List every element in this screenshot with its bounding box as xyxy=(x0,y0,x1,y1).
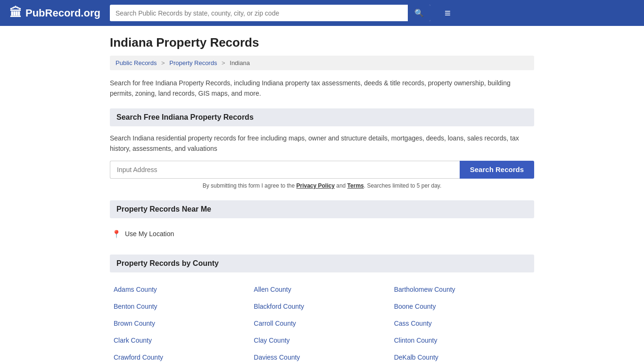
page-title: Indiana Property Records xyxy=(110,35,534,50)
county-link[interactable]: Blackford County xyxy=(252,299,392,314)
breadcrumb-separator-2: > xyxy=(222,59,225,66)
search-icon: 🔍 xyxy=(414,9,424,17)
near-me-heading: Property Records Near Me xyxy=(110,200,534,218)
header-search-bar: 🔍 xyxy=(110,5,430,21)
breadcrumb-separator-1: > xyxy=(161,59,165,66)
county-link[interactable]: Boone County xyxy=(392,299,532,314)
county-link[interactable]: DeKalb County xyxy=(392,350,532,362)
search-description: Search Indiana residential property reco… xyxy=(110,133,534,154)
county-link[interactable]: Crawford County xyxy=(112,350,252,362)
county-link[interactable]: Clark County xyxy=(112,333,252,348)
logo-icon: 🏛 xyxy=(9,6,22,20)
use-location-label: Use My Location xyxy=(125,230,174,238)
county-link[interactable]: Daviess County xyxy=(252,350,392,362)
limit-text: . Searches limited to 5 per day. xyxy=(364,182,442,189)
use-my-location-button[interactable]: 📍 Use My Location xyxy=(110,225,534,243)
search-section: Search Free Indiana Property Records Sea… xyxy=(110,108,534,189)
county-link[interactable]: Allen County xyxy=(252,282,392,297)
county-link[interactable]: Clay County xyxy=(252,333,392,348)
disclaimer-text: By submitting this form I agree to the xyxy=(203,182,297,189)
header-search-button[interactable]: 🔍 xyxy=(408,5,430,21)
breadcrumb-public-records[interactable]: Public Records xyxy=(116,59,157,66)
form-disclaimer: By submitting this form I agree to the P… xyxy=(110,182,534,189)
page-description: Search for free Indiana Property Records… xyxy=(110,78,534,99)
breadcrumb: Public Records > Property Records > Indi… xyxy=(110,56,534,70)
and-text: and xyxy=(335,182,347,189)
search-section-heading: Search Free Indiana Property Records xyxy=(110,108,534,126)
location-pin-icon: 📍 xyxy=(112,230,121,239)
county-link[interactable]: Cass County xyxy=(392,316,532,331)
county-link[interactable]: Bartholomew County xyxy=(392,282,532,297)
header-search-input[interactable] xyxy=(110,6,408,21)
county-section: Property Records by County Adams CountyA… xyxy=(110,255,534,362)
breadcrumb-property-records[interactable]: Property Records xyxy=(169,59,217,66)
logo-text: PubRecord.org xyxy=(25,7,100,19)
site-logo[interactable]: 🏛 PubRecord.org xyxy=(9,6,100,20)
county-link[interactable]: Carroll County xyxy=(252,316,392,331)
near-me-section: Property Records Near Me 📍 Use My Locati… xyxy=(110,200,534,243)
county-grid: Adams CountyAllen CountyBartholomew Coun… xyxy=(110,279,534,362)
county-link[interactable]: Adams County xyxy=(112,282,252,297)
breadcrumb-current: Indiana xyxy=(230,59,250,66)
county-link[interactable]: Clinton County xyxy=(392,333,532,348)
privacy-policy-link[interactable]: Privacy Policy xyxy=(297,182,335,189)
county-section-heading: Property Records by County xyxy=(110,255,534,272)
terms-link[interactable]: Terms xyxy=(347,182,364,189)
hamburger-menu-button[interactable]: ≡ xyxy=(445,7,451,19)
county-link[interactable]: Brown County xyxy=(112,316,252,331)
county-link[interactable]: Benton County xyxy=(112,299,252,314)
search-records-button[interactable]: Search Records xyxy=(460,161,534,179)
address-input[interactable] xyxy=(110,161,460,179)
address-search-form: Search Records xyxy=(110,161,534,179)
